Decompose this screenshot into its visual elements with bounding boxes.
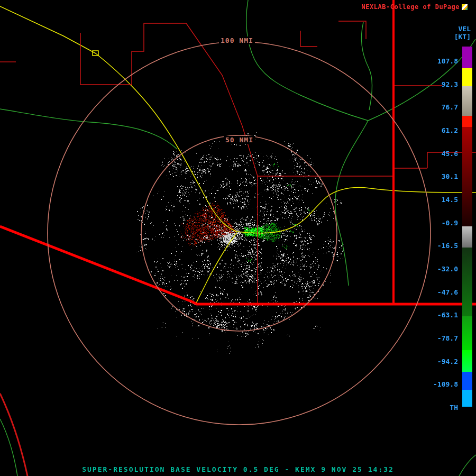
colorbar-tick-label: -94.2 — [437, 357, 458, 365]
county-path — [80, 23, 394, 176]
colorbar-segment — [462, 86, 472, 116]
colorbar-tick-label: -109.8 — [433, 380, 458, 388]
colorbar-segment — [462, 47, 472, 68]
colorbar-segment — [462, 127, 472, 226]
colorbar-tick-label: -0.9 — [442, 218, 458, 226]
colorbar-tick-label: 30.1 — [442, 172, 458, 180]
river-path — [335, 121, 368, 286]
colorbar-units: VEL [KT] — [454, 25, 471, 41]
river-path — [246, 0, 368, 121]
colorbar-tick-label: 14.5 — [442, 196, 458, 204]
colorbar-segment — [462, 116, 472, 127]
colorbar-tick-label: -32.0 — [437, 265, 458, 273]
highway-lines — [0, 6, 476, 303]
colorbar-tick-label: TH — [450, 404, 458, 411]
colorbar-tick-label: -47.6 — [437, 288, 458, 296]
range-ring-label-100: 100 NMI — [219, 36, 255, 44]
radar-display: NEXLAB-College of DuPage VEL [KT] 100 NM… — [0, 0, 476, 476]
colorbar-tick-label: 107.8 — [437, 57, 458, 65]
range-ring-50nmi — [141, 135, 337, 331]
colorbar-segment — [462, 316, 472, 350]
colorbar-tick-label: 92.3 — [442, 80, 458, 88]
cod-logo-icon — [462, 4, 468, 10]
county-path — [0, 393, 28, 476]
colorbar-segment — [462, 390, 472, 407]
highway-path — [0, 6, 96, 53]
vel-unit-label: VEL — [459, 25, 471, 33]
kt-unit-label: [KT] — [454, 33, 471, 41]
highway-path — [196, 233, 237, 303]
product-caption: SUPER-RESOLUTION BASE VELOCITY 0.5 DEG -… — [0, 465, 476, 473]
highway-path — [96, 53, 237, 232]
colorbar-tick-label: -63.1 — [437, 311, 458, 319]
colorbar-tick-label: 76.7 — [442, 103, 458, 111]
range-ring-100nmi — [48, 42, 431, 425]
range-rings — [48, 42, 431, 425]
range-ring-label-50: 50 NMI — [224, 136, 255, 144]
highway-path — [237, 188, 476, 233]
colorbar-tick-label: -16.5 — [437, 242, 458, 250]
mexico-border-path — [0, 226, 476, 304]
colorbar-segment — [462, 226, 472, 248]
state-international-borders — [0, 0, 476, 304]
map-overlay — [0, 0, 476, 476]
velocity-colorbar — [462, 47, 472, 407]
colorbar-tick-label: 45.6 — [442, 149, 458, 157]
colorbar-tick-label: -78.7 — [437, 334, 458, 342]
river-path — [362, 22, 372, 110]
county-path — [300, 31, 317, 47]
title-text: NEXLAB-College of DuPage — [362, 3, 460, 11]
colorbar-tick-label: 61.2 — [442, 126, 458, 134]
river-lines — [0, 0, 476, 476]
colorbar-segment — [462, 372, 472, 390]
county-boundaries — [0, 21, 476, 476]
colorbar-segment — [462, 248, 472, 316]
colorbar-segment — [462, 350, 472, 372]
header-title: NEXLAB-College of DuPage — [362, 3, 468, 11]
colorbar-segment — [462, 68, 472, 86]
